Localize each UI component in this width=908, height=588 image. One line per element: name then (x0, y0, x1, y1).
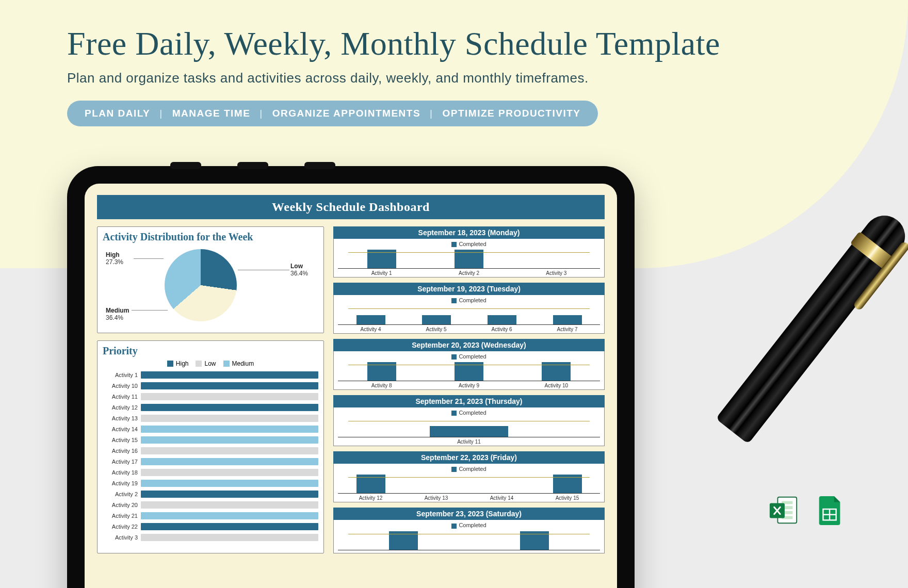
priority-row-label: Activity 12 (103, 404, 141, 411)
priority-row-label: Activity 3 (103, 534, 141, 541)
priority-bar (141, 436, 318, 444)
day-bar-chart (338, 530, 600, 550)
day-bar (553, 315, 582, 324)
page-subtitle: Plan and organize tasks and activities a… (67, 70, 841, 86)
priority-row: Activity 20 (103, 499, 318, 510)
day-x-label: Activity 7 (534, 326, 600, 332)
tablet-button (304, 162, 335, 169)
priority-row: Activity 17 (103, 456, 318, 467)
day-body: CompletedActivity 4Activity 5Activity 6A… (333, 295, 605, 334)
pie-chart: High 27.3% Low 36.4% Medium 36.4% (103, 246, 318, 329)
day-legend: Completed (338, 297, 600, 303)
day-legend: Completed (338, 466, 600, 472)
priority-row: Activity 19 (103, 478, 318, 488)
day-bar-chart (338, 473, 600, 494)
day-body: CompletedActivity 8Activity 9Activity 10 (333, 351, 605, 390)
day-x-label: Activity 14 (469, 495, 534, 501)
day-x-labels: Activity 11 (338, 439, 600, 445)
priority-row: Activity 18 (103, 467, 318, 478)
day-x-label: Activity 5 (403, 326, 469, 332)
pill-item: PLAN DAILY (85, 108, 150, 119)
day-x-label: Activity 10 (513, 383, 600, 388)
day-column: September 18, 2023 (Monday)CompletedActi… (333, 226, 605, 553)
priority-row-label: Activity 14 (103, 426, 141, 432)
priority-row-label: Activity 2 (103, 491, 141, 497)
day-trend-line (348, 308, 589, 309)
day-x-labels: Activity 4Activity 5Activity 6Activity 7 (338, 326, 600, 332)
priority-row: Activity 3 (103, 532, 318, 543)
day-x-label: Activity 3 (513, 270, 600, 276)
pill-separator: | (430, 108, 433, 119)
day-legend: Completed (338, 522, 600, 528)
priority-bar (141, 469, 318, 476)
day-body: CompletedActivity 12Activity 13Activity … (333, 464, 605, 502)
priority-row-label: Activity 15 (103, 437, 141, 443)
day-trend-line (348, 421, 589, 421)
pie-label-medium: Medium 36.4% (106, 307, 129, 321)
google-sheets-icon (814, 494, 846, 526)
day-bar (356, 315, 385, 324)
day-bar (488, 315, 516, 324)
day-title: September 21, 2023 (Thursday) (333, 395, 605, 407)
legend-medium: Medium (232, 360, 254, 367)
priority-bar (141, 371, 318, 379)
priority-bar (141, 501, 318, 509)
pill-separator: | (159, 108, 163, 119)
day-x-label: Activity 2 (425, 270, 512, 276)
priority-row: Activity 14 (103, 423, 318, 434)
day-block: September 21, 2023 (Thursday)CompletedAc… (333, 395, 605, 446)
day-bar-chart (338, 304, 600, 325)
priority-row: Activity 1 (103, 369, 318, 380)
priority-bar (141, 523, 318, 530)
dashboard-title: Weekly Schedule Dashboard (97, 195, 605, 219)
day-x-label: Activity 6 (469, 326, 534, 332)
priority-row: Activity 16 (103, 445, 318, 456)
priority-row: Activity 12 (103, 402, 318, 413)
legend-low: Low (204, 360, 216, 367)
day-x-label: Activity 1 (338, 270, 425, 276)
priority-row: Activity 13 (103, 413, 318, 423)
priority-row: Activity 22 (103, 521, 318, 532)
priority-legend: High Low Medium (103, 360, 318, 367)
priority-row-label: Activity 1 (103, 372, 141, 378)
day-trend-line (348, 252, 589, 253)
day-block: September 22, 2023 (Friday)CompletedActi… (333, 451, 605, 502)
priority-row: Activity 10 (103, 380, 318, 391)
day-x-label: Activity 12 (338, 495, 403, 501)
day-block: September 20, 2023 (Wednesday)CompletedA… (333, 339, 605, 390)
day-x-label: Activity 4 (338, 326, 403, 332)
priority-row-label: Activity 17 (103, 459, 141, 465)
priority-bar (141, 393, 318, 400)
day-trend-line (348, 365, 589, 365)
pill-item: ORGANIZE APPOINTMENTS (272, 108, 420, 119)
day-legend: Completed (338, 353, 600, 360)
day-x-label: Activity 8 (338, 383, 425, 388)
priority-card: Priority High Low Medium Activity 1Activ… (97, 340, 324, 553)
day-trend-line (348, 534, 589, 534)
priority-bar (141, 382, 318, 389)
day-block: September 23, 2023 (Saturday)Completed (333, 508, 605, 553)
tablet-screen: Weekly Schedule Dashboard Activity Distr… (85, 184, 617, 588)
day-body: CompletedActivity 11 (333, 407, 605, 446)
pie-leader (238, 270, 289, 270)
day-x-labels: Activity 12Activity 13Activity 14Activit… (338, 495, 600, 501)
day-legend: Completed (338, 241, 600, 247)
day-x-labels: Activity 1Activity 2Activity 3 (338, 270, 600, 276)
priority-bar (141, 447, 318, 454)
day-x-label: Activity 9 (425, 383, 512, 388)
pill-item: OPTIMIZE PRODUCTIVITY (443, 108, 581, 119)
day-bar-chart (338, 417, 600, 437)
pill-item: MANAGE TIME (172, 108, 251, 119)
priority-row-label: Activity 22 (103, 524, 141, 530)
pie-leader (134, 258, 164, 259)
priority-row: Activity 21 (103, 510, 318, 521)
priority-row: Activity 11 (103, 391, 318, 402)
day-title: September 20, 2023 (Wednesday) (333, 339, 605, 351)
priority-row-label: Activity 16 (103, 448, 141, 454)
priority-bar (141, 458, 318, 465)
day-x-label: Activity 11 (338, 439, 600, 445)
pie-leader (132, 310, 168, 311)
tablet-device: Weekly Schedule Dashboard Activity Distr… (67, 166, 635, 588)
day-title: September 23, 2023 (Saturday) (333, 508, 605, 520)
hero: Free Daily, Weekly, Monthly Schedule Tem… (67, 25, 841, 126)
